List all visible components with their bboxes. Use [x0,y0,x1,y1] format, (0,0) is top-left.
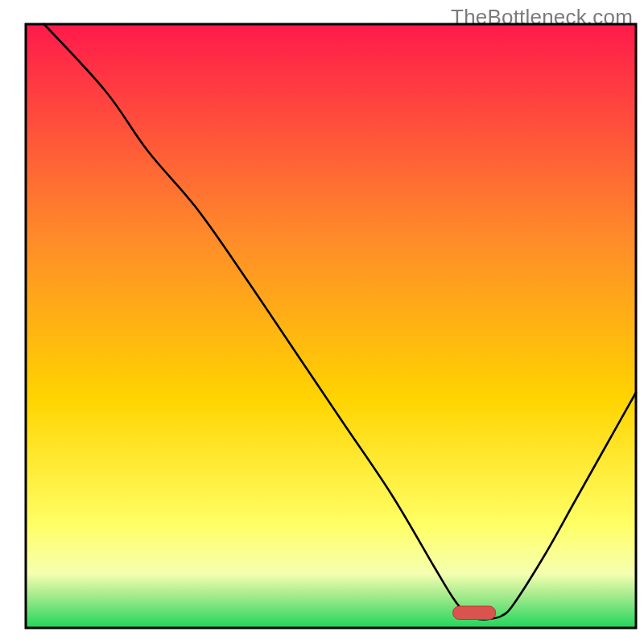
bottleneck-chart [0,0,644,644]
optimal-marker [453,606,496,620]
plot-background [26,24,636,628]
